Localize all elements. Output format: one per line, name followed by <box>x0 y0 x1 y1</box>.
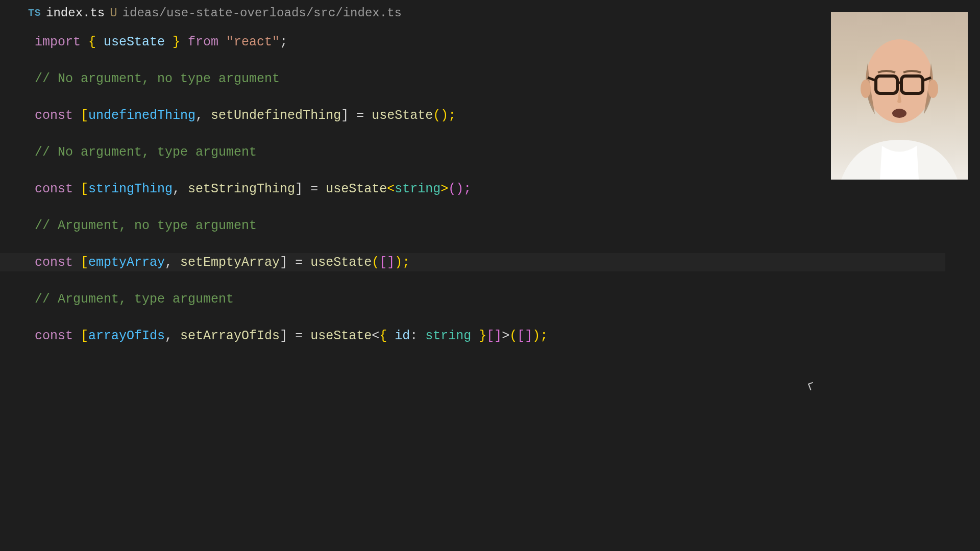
code-line[interactable]: const [ stringThing , setStringThing ] =… <box>35 180 980 198</box>
type-string: string <box>425 330 471 342</box>
paren-open: ( <box>509 330 517 342</box>
var-setemptyarray: setEmptyArray <box>180 256 280 269</box>
code-editor[interactable]: TS index.ts U ideas/use-state-overloads/… <box>0 0 980 551</box>
bracket-open: [ <box>73 109 88 122</box>
blank-line <box>35 235 980 253</box>
space <box>218 36 226 48</box>
array-type: [] <box>486 330 502 342</box>
code-line-comment[interactable]: // Argument, no type argument <box>35 216 980 235</box>
var-emptyarray: emptyArray <box>88 256 165 269</box>
semicolon: ; <box>280 36 287 48</box>
fn-usestate: useState <box>310 330 372 342</box>
comment-text: // No argument, type argument <box>35 146 257 159</box>
call-parens: (); <box>433 109 456 122</box>
comma: , <box>165 330 180 342</box>
paren-close: ); <box>532 330 548 342</box>
generic-open: < <box>387 183 395 195</box>
brace-close: } <box>471 330 486 342</box>
comma: , <box>195 109 211 122</box>
mouse-cursor-icon <box>809 383 816 393</box>
code-line-comment[interactable]: // Argument, type argument <box>35 290 980 308</box>
var-setundefinedthing: setUndefinedThing <box>211 109 341 122</box>
array-literal: [] <box>517 330 532 342</box>
brace-close: } <box>165 36 188 48</box>
prop-id: id <box>395 330 410 342</box>
bracket-open: [ <box>73 183 88 195</box>
tab-modified-indicator: U <box>110 6 117 20</box>
type-string: string <box>395 183 440 195</box>
generic-close: > <box>502 330 509 342</box>
colon: : <box>410 330 425 342</box>
bracket-close-eq: ] = <box>280 330 310 342</box>
blank-line <box>35 198 980 216</box>
tab-filename[interactable]: index.ts <box>46 6 105 20</box>
paren-close: ); <box>395 256 410 269</box>
identifier-usestate: useState <box>104 36 165 48</box>
string-react: "react" <box>226 36 280 48</box>
keyword-const: const <box>35 256 73 269</box>
bracket-close-eq: ] = <box>341 109 372 122</box>
fn-usestate: useState <box>310 256 372 269</box>
var-setarrayofids: setArrayOfIds <box>180 330 280 342</box>
bracket-close-eq: ] = <box>295 183 326 195</box>
keyword-const: const <box>35 183 73 195</box>
fn-usestate: useState <box>372 109 433 122</box>
fn-usestate: useState <box>326 183 387 195</box>
brace-open: { <box>379 330 395 342</box>
typescript-badge-icon: TS <box>28 7 41 19</box>
presenter-icon <box>831 12 968 180</box>
svg-point-1 <box>861 80 871 98</box>
comment-text: // No argument, no type argument <box>35 72 280 85</box>
tab-filepath: ideas/use-state-overloads/src/index.ts <box>122 6 402 20</box>
webcam-overlay <box>831 12 968 180</box>
keyword-const: const <box>35 109 73 122</box>
blank-line <box>35 271 980 290</box>
bracket-open: [ <box>73 330 88 342</box>
var-stringthing: stringThing <box>88 183 173 195</box>
svg-point-8 <box>892 109 906 118</box>
comma: , <box>173 183 188 195</box>
code-line[interactable]: const [ arrayOfIds , setArrayOfIds ] = u… <box>35 327 980 345</box>
svg-point-2 <box>928 80 938 98</box>
var-setstringthing: setStringThing <box>188 183 295 195</box>
code-line-active[interactable]: const [ emptyArray , setEmptyArray ] = u… <box>0 253 945 271</box>
keyword-from: from <box>188 36 218 48</box>
bracket-close-eq: ] = <box>280 256 310 269</box>
blank-line <box>35 308 980 327</box>
brace-open: { <box>81 36 104 48</box>
keyword-import: import <box>35 36 81 48</box>
var-undefinedthing: undefinedThing <box>88 109 195 122</box>
keyword-const: const <box>35 330 73 342</box>
var-arrayofids: arrayOfIds <box>88 330 165 342</box>
comment-text: // Argument, type argument <box>35 293 234 306</box>
generic-open: < <box>372 330 379 342</box>
bracket-open: [ <box>73 256 88 269</box>
comma: , <box>165 256 180 269</box>
generic-close: > <box>440 183 448 195</box>
comment-text: // Argument, no type argument <box>35 219 257 232</box>
paren-open: ( <box>372 256 379 269</box>
array-literal: [] <box>379 256 395 269</box>
call-parens: (); <box>448 183 471 195</box>
